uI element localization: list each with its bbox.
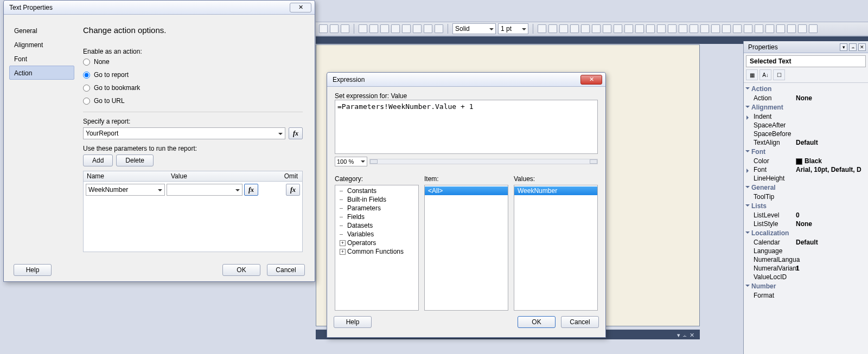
list-item[interactable]: WeekNumber <box>514 186 597 195</box>
cancel-button[interactable]: Cancel <box>267 264 305 276</box>
values-label: Values: <box>514 175 598 183</box>
panel-pin-icon[interactable]: ▾ ⫠ ✕ <box>677 332 694 339</box>
selected-object-dropdown[interactable]: Selected Text <box>746 55 866 67</box>
radio-none[interactable] <box>83 59 90 66</box>
set-expression-label: Set expression for: Value <box>335 92 407 100</box>
dialog-title: Expression <box>333 76 580 83</box>
tree-item[interactable]: Built-in Fields <box>335 195 418 204</box>
page-heading: Change action options. <box>83 25 303 35</box>
param-value-dropdown[interactable] <box>167 184 242 196</box>
dropdown-icon[interactable]: ▾ <box>840 43 847 51</box>
param-value-fx-button[interactable]: fx <box>244 184 258 196</box>
close-icon[interactable]: ✕ <box>580 75 602 85</box>
params-header: Name Value Omit <box>83 171 303 182</box>
radio-go-to-bookmark[interactable] <box>83 85 90 92</box>
params-hint: Use these parameters to run the report: <box>83 145 303 152</box>
category-nav: General Alignment Font Action <box>4 15 78 263</box>
toolbar-icon[interactable] <box>319 24 328 33</box>
param-name-dropdown[interactable]: WeekNumber <box>86 184 165 196</box>
dialog-titlebar[interactable]: Expression ✕ <box>327 73 605 87</box>
tree-item[interactable]: Variables <box>335 230 418 239</box>
tree-item[interactable]: Fields <box>335 213 418 221</box>
categorized-icon[interactable]: ▦ <box>746 69 758 80</box>
alphabetical-icon[interactable]: A↓ <box>760 69 771 80</box>
properties-panel: Properties ▾ ⫠ ✕ Selected Text ▦ A↓ ☐ Ac… <box>743 41 868 354</box>
item-list[interactable]: <All> <box>424 185 508 311</box>
text-properties-dialog: Text Properties ✕ General Alignment Font… <box>3 0 315 282</box>
horizontal-scrollbar[interactable] <box>369 159 598 164</box>
help-button[interactable]: Help <box>14 264 52 276</box>
enable-action-label: Enable as an action: <box>83 48 142 55</box>
property-grid[interactable]: Action ActionNone Alignment Indent Space… <box>744 82 868 301</box>
border-style-dropdown[interactable]: Solid <box>452 23 496 34</box>
pin-icon[interactable]: ⫠ <box>849 43 857 51</box>
specify-report-label: Specify a report: <box>83 118 303 125</box>
list-item[interactable]: <All> <box>425 186 508 195</box>
cancel-button[interactable]: Cancel <box>561 316 599 328</box>
category-label: Category: <box>335 175 419 183</box>
item-label: Item: <box>424 175 508 183</box>
expression-dialog: Expression ✕ Set expression for: Value 1… <box>327 72 606 338</box>
ok-button[interactable]: OK <box>222 264 260 276</box>
ide-toolbar: Solid 1 pt <box>316 22 868 36</box>
category-tree[interactable]: Constants Built-in Fields Parameters Fie… <box>335 185 419 311</box>
nav-font[interactable]: Font <box>9 52 74 66</box>
tree-item[interactable]: Datasets <box>335 221 418 230</box>
tree-item[interactable]: Parameters <box>335 204 418 213</box>
expression-editor[interactable] <box>335 100 598 154</box>
params-grid: WeekNumber fx fx <box>83 182 303 252</box>
help-button[interactable]: Help <box>334 316 372 328</box>
properties-title[interactable]: Properties ▾ ⫠ ✕ <box>744 41 868 53</box>
tree-item[interactable]: Constants <box>335 186 418 195</box>
delete-button[interactable]: Delete <box>116 155 154 166</box>
property-pages-icon[interactable]: ☐ <box>773 69 785 80</box>
nav-action[interactable]: Action <box>9 66 74 80</box>
zoom-dropdown[interactable]: 100 % <box>335 157 367 166</box>
radio-go-to-url[interactable] <box>83 98 90 105</box>
border-width-dropdown[interactable]: 1 pt <box>498 23 528 34</box>
add-button[interactable]: Add <box>83 155 113 166</box>
report-fx-button[interactable]: fx <box>289 127 303 139</box>
radio-go-to-report[interactable] <box>83 72 90 79</box>
dialog-title: Text Properties <box>9 4 290 11</box>
nav-general[interactable]: General <box>9 23 74 37</box>
dialog-titlebar[interactable]: Text Properties ✕ <box>4 1 315 15</box>
close-icon[interactable]: ✕ <box>290 3 311 12</box>
nav-alignment[interactable]: Alignment <box>9 37 74 52</box>
tree-item[interactable]: Common Functions <box>335 247 418 256</box>
values-list[interactable]: WeekNumber <box>514 185 598 311</box>
report-dropdown[interactable]: YourReport <box>83 127 285 139</box>
tree-item[interactable]: Operators <box>335 239 418 247</box>
param-row: WeekNumber fx fx <box>86 184 300 196</box>
ok-button[interactable]: OK <box>518 316 556 328</box>
param-omit-fx-button[interactable]: fx <box>286 184 300 196</box>
close-icon[interactable]: ✕ <box>858 43 866 51</box>
